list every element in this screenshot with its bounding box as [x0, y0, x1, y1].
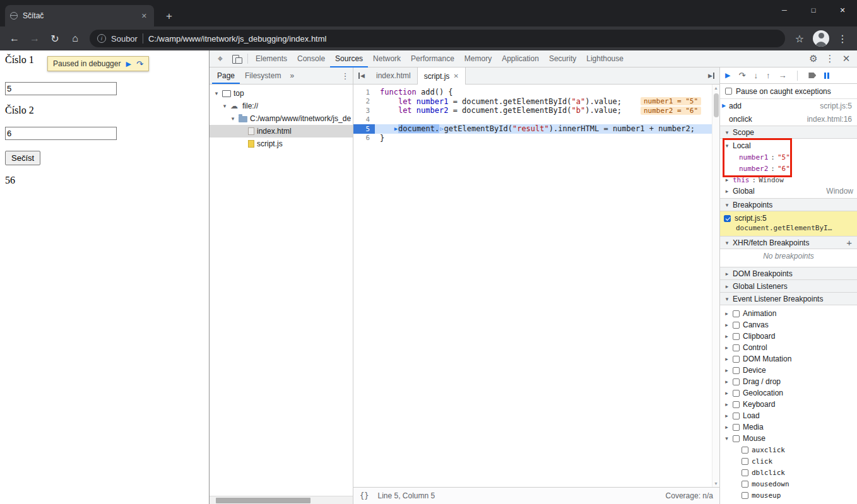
- editor-tab-index-html[interactable]: index.html: [370, 67, 417, 84]
- banner-resume-icon[interactable]: ▶: [126, 60, 131, 68]
- event-checkbox[interactable]: [742, 458, 748, 465]
- devtools-tab-sources[interactable]: Sources: [330, 50, 368, 67]
- chevron-right-icon[interactable]: ▸: [724, 401, 730, 407]
- profile-avatar[interactable]: [813, 30, 829, 47]
- event-listener-breakpoints-section-header[interactable]: ▾ Event Listener Breakpoints: [720, 292, 857, 305]
- devtools-tab-network[interactable]: Network: [368, 50, 406, 67]
- line-number[interactable]: 6: [353, 134, 375, 143]
- category-checkbox[interactable]: [733, 344, 740, 351]
- more-tabs-icon[interactable]: »: [286, 67, 298, 84]
- event-checkbox[interactable]: [742, 447, 748, 454]
- tab-filesystem[interactable]: Filesystem: [240, 67, 286, 84]
- event-category-drag-drop[interactable]: ▸Drag / drop: [720, 376, 857, 387]
- address-bar[interactable]: i Soubor C:/wamp/www/itnetwork/js_debugg…: [90, 30, 785, 47]
- new-tab-button[interactable]: +: [162, 10, 177, 23]
- minimize-button[interactable]: ─: [770, 0, 799, 20]
- add-xhr-breakpoint-icon[interactable]: +: [846, 237, 853, 248]
- maximize-button[interactable]: □: [799, 0, 828, 20]
- category-checkbox[interactable]: [733, 310, 740, 317]
- expand-arrow-icon[interactable]: ▾: [230, 115, 236, 122]
- event-category-device[interactable]: ▸Device: [720, 365, 857, 376]
- chevron-right-icon[interactable]: ▸: [724, 378, 730, 385]
- scrollbar-thumb[interactable]: [714, 93, 719, 117]
- scope-local-row[interactable]: ▾ Local: [720, 140, 857, 151]
- devtools-tab-lighthouse[interactable]: Lighthouse: [581, 50, 629, 67]
- tree-item-c-wamp-www-itnetwork-js-de[interactable]: ▾C:/wamp/www/itnetwork/js_de: [210, 112, 353, 125]
- tab-page[interactable]: Page: [212, 67, 240, 84]
- home-icon[interactable]: ⌂: [66, 30, 85, 47]
- category-checkbox[interactable]: [733, 333, 740, 340]
- dom-breakpoints-section-header[interactable]: ▸ DOM Breakpoints: [720, 267, 857, 280]
- close-tab-icon[interactable]: ✕: [453, 73, 458, 79]
- step-icon[interactable]: →: [778, 71, 786, 79]
- devtools-close-icon[interactable]: ✕: [838, 50, 854, 67]
- chevron-right-icon[interactable]: ▸: [724, 424, 730, 430]
- editor-tab-script-js[interactable]: script.js✕: [417, 67, 466, 85]
- category-checkbox[interactable]: [733, 435, 740, 442]
- breakpoint-entry[interactable]: script.js:5 document.getElementByI…: [720, 211, 857, 236]
- devtools-tab-application[interactable]: Application: [497, 50, 544, 67]
- reload-icon[interactable]: ↻: [45, 30, 64, 47]
- chevron-right-icon[interactable]: ▸: [724, 322, 730, 328]
- chevron-right-icon[interactable]: ▸: [724, 333, 730, 339]
- category-checkbox[interactable]: [733, 322, 740, 329]
- event-category-canvas[interactable]: ▸Canvas: [720, 319, 857, 331]
- chevron-down-icon[interactable]: ▾: [724, 435, 730, 442]
- line-number[interactable]: 2: [353, 97, 375, 107]
- chevron-right-icon[interactable]: ▸: [724, 413, 730, 419]
- scroll-down-icon[interactable]: ▼: [712, 481, 719, 486]
- chevron-right-icon[interactable]: ▸: [724, 390, 730, 396]
- event-category-animation[interactable]: ▸Animation: [720, 308, 857, 319]
- scope-this-row[interactable]: ▸ this: Window: [720, 174, 857, 185]
- tree-item-index-html[interactable]: index.html: [210, 125, 353, 138]
- event-auxclick[interactable]: auxclick: [720, 444, 857, 455]
- category-checkbox[interactable]: [733, 424, 740, 431]
- devtools-tab-elements[interactable]: Elements: [251, 50, 292, 67]
- forward-icon[interactable]: →: [25, 30, 44, 47]
- browser-menu-icon[interactable]: ⋮: [833, 30, 852, 47]
- event-checkbox[interactable]: [742, 481, 748, 488]
- scope-variable-number2[interactable]: number2:"6": [720, 163, 857, 174]
- call-stack-frame-onclick[interactable]: onclickindex.html:16: [720, 112, 857, 126]
- close-window-button[interactable]: ✕: [828, 0, 857, 20]
- event-checkbox[interactable]: [742, 492, 748, 499]
- tree-item-file[interactable]: ▾☁file://: [210, 100, 353, 112]
- scope-section-header[interactable]: ▾ Scope: [720, 126, 857, 139]
- inspect-element-icon[interactable]: ⌖: [212, 50, 228, 67]
- pretty-print-icon[interactable]: {}: [360, 491, 369, 500]
- category-checkbox[interactable]: [733, 390, 740, 397]
- bookmark-star-icon[interactable]: ☆: [790, 30, 809, 47]
- event-category-geolocation[interactable]: ▸Geolocation: [720, 387, 857, 399]
- back-icon[interactable]: ←: [5, 30, 24, 47]
- event-category-clipboard[interactable]: ▸Clipboard: [720, 331, 857, 342]
- category-checkbox[interactable]: [733, 401, 740, 408]
- line-number[interactable]: 1: [353, 88, 375, 97]
- event-category-mouse[interactable]: ▾Mouse: [720, 433, 857, 444]
- step-over-icon[interactable]: ↷: [738, 71, 745, 79]
- scope-global-row[interactable]: ▸ Global Window: [720, 185, 857, 197]
- line-number[interactable]: 5: [353, 124, 375, 134]
- devtools-tab-console[interactable]: Console: [292, 50, 330, 67]
- expand-arrow-icon[interactable]: ▾: [213, 90, 220, 97]
- editor-v-scrollbar[interactable]: ▲ ▼: [712, 85, 719, 487]
- step-out-icon[interactable]: ↑: [766, 71, 771, 79]
- event-checkbox[interactable]: [742, 469, 748, 476]
- sum-button[interactable]: Sečíst: [5, 151, 40, 165]
- category-checkbox[interactable]: [733, 367, 740, 374]
- line-number[interactable]: 4: [353, 115, 375, 125]
- devtools-tab-security[interactable]: Security: [544, 50, 581, 67]
- devtools-tab-memory[interactable]: Memory: [459, 50, 497, 67]
- event-category-keyboard[interactable]: ▸Keyboard: [720, 399, 857, 410]
- line-number[interactable]: 3: [353, 106, 375, 115]
- event-category-media[interactable]: ▸Media: [720, 421, 857, 433]
- expand-sidebar-icon[interactable]: ▶: [703, 67, 719, 84]
- number1-input[interactable]: [5, 82, 117, 95]
- event-dblclick[interactable]: dblclick: [720, 467, 857, 478]
- scroll-up-icon[interactable]: ▲: [712, 86, 719, 90]
- deactivate-breakpoints-icon[interactable]: [808, 73, 816, 78]
- event-click[interactable]: click: [720, 455, 857, 467]
- category-checkbox[interactable]: [733, 413, 740, 419]
- pause-on-caught-checkbox[interactable]: [725, 88, 732, 95]
- devtools-menu-icon[interactable]: ⋮: [822, 50, 838, 67]
- scope-variable-number1[interactable]: number1:"5": [720, 151, 857, 163]
